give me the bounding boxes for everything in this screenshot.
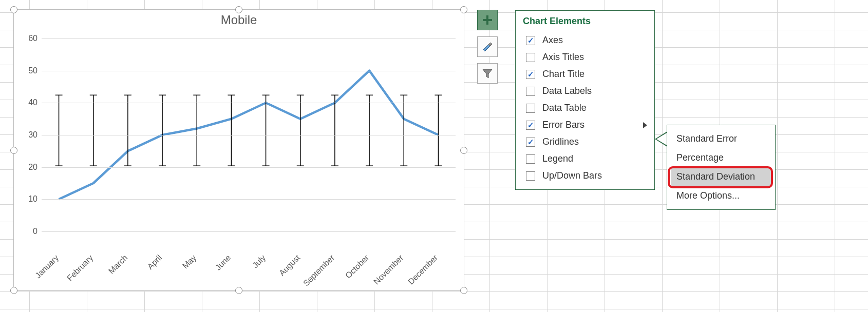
y-tick-label: 30 <box>22 130 37 140</box>
chart-styles-button[interactable] <box>477 36 498 57</box>
chart-elements-item-label: Gridlines <box>542 136 579 147</box>
y-tick-label: 40 <box>22 98 37 107</box>
plus-icon <box>482 14 493 26</box>
resize-handle[interactable] <box>10 287 17 294</box>
gridline <box>42 103 456 103</box>
error-bar <box>366 95 373 166</box>
funnel-icon <box>482 68 493 79</box>
chart-elements-button[interactable] <box>477 10 498 30</box>
checkbox[interactable] <box>526 138 535 147</box>
chart-elements-item-label: Data Labels <box>542 86 592 96</box>
error-bar <box>400 95 407 166</box>
resize-handle[interactable] <box>235 287 242 294</box>
chart-elements-item[interactable]: Data Table <box>521 100 649 116</box>
error-bar <box>193 95 200 166</box>
chart-elements-item[interactable]: Error Bars <box>521 116 649 133</box>
resize-handle[interactable] <box>10 147 17 154</box>
chart-elements-item[interactable]: Axis Titles <box>521 49 649 66</box>
gridline <box>42 167 456 168</box>
error-bar <box>55 95 63 166</box>
error-bar <box>90 95 97 166</box>
chart-elements-item[interactable]: Chart Title <box>521 66 649 83</box>
resize-handle[interactable] <box>460 147 467 154</box>
submenu-item[interactable]: Standard Error <box>671 129 771 148</box>
y-axis: 0102030405060 <box>24 38 42 231</box>
plot-inner <box>42 38 456 231</box>
error-bar <box>124 95 131 166</box>
chart-elements-item-label: Data Table <box>542 103 587 113</box>
chart-elements-item-label: Error Bars <box>542 120 584 130</box>
chevron-right-icon <box>643 122 647 128</box>
gridline <box>42 199 456 200</box>
chart-flyout-buttons <box>477 10 500 90</box>
chart-elements-item-label: Chart Title <box>542 69 584 80</box>
y-tick-label: 20 <box>22 163 37 172</box>
y-tick-label: 60 <box>22 34 37 43</box>
resize-handle[interactable] <box>460 6 467 13</box>
checkbox[interactable] <box>526 87 535 96</box>
submenu-item[interactable]: More Options... <box>671 186 771 205</box>
chart-elements-item-label: Legend <box>542 153 573 164</box>
chart-elements-item-label: Axis Titles <box>542 52 584 63</box>
resize-handle[interactable] <box>460 287 467 294</box>
error-bar <box>262 95 270 166</box>
y-tick-label: 10 <box>22 194 37 204</box>
gridline <box>42 38 456 39</box>
gridline <box>42 135 456 135</box>
error-bar <box>435 95 442 166</box>
error-bars-submenu[interactable]: Standard ErrorPercentageStandard Deviati… <box>667 125 776 210</box>
checkbox[interactable] <box>526 121 535 130</box>
checkbox[interactable] <box>526 171 535 181</box>
x-axis: JanuaryFebruaryMarchAprilMayJuneJulyAugu… <box>42 233 454 280</box>
plot-area: 0102030405060 <box>24 38 456 231</box>
error-bar <box>297 95 304 166</box>
resize-handle[interactable] <box>10 6 17 13</box>
chart-elements-item-label: Axes <box>542 35 563 46</box>
checkbox[interactable] <box>526 53 535 62</box>
paintbrush-icon <box>481 41 494 53</box>
error-bar <box>228 95 235 166</box>
checkbox[interactable] <box>526 104 535 113</box>
chart-object[interactable]: Mobile 0102030405060 JanuaryFebruaryMarc… <box>13 9 464 291</box>
submenu-connector <box>655 131 667 147</box>
submenu-item[interactable]: Standard Deviation <box>671 167 771 186</box>
submenu-item[interactable]: Percentage <box>671 148 771 167</box>
y-tick-label: 50 <box>22 66 37 75</box>
panel-title: Chart Elements <box>521 16 649 27</box>
chart-elements-item-label: Up/Down Bars <box>542 170 602 181</box>
svg-rect-37 <box>483 19 492 21</box>
chart-filters-button[interactable] <box>477 63 498 84</box>
chart-elements-item[interactable]: Axes <box>521 32 649 49</box>
checkbox[interactable] <box>526 70 535 79</box>
y-tick-label: 0 <box>22 227 37 236</box>
chart-elements-item[interactable]: Data Labels <box>521 83 649 100</box>
chart-elements-item[interactable]: Up/Down Bars <box>521 167 649 184</box>
chart-elements-item[interactable]: Gridlines <box>521 133 649 150</box>
chart-elements-item[interactable]: Legend <box>521 150 649 167</box>
gridline <box>42 71 456 71</box>
checkbox[interactable] <box>526 36 535 45</box>
chart-elements-panel[interactable]: Chart Elements AxesAxis TitlesChart Titl… <box>515 10 655 190</box>
error-bar <box>331 95 338 166</box>
resize-handle[interactable] <box>235 6 242 13</box>
gridline <box>42 231 456 232</box>
checkbox[interactable] <box>526 154 535 164</box>
error-bar <box>159 95 166 166</box>
